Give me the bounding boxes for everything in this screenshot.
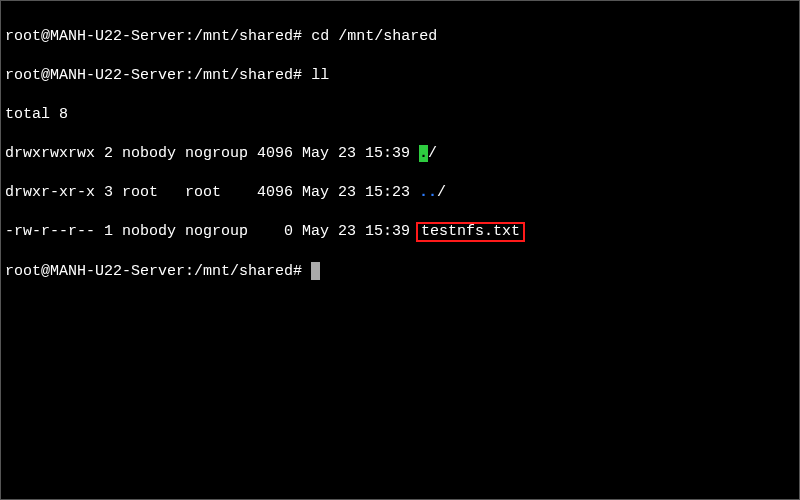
prompt-colon: : bbox=[185, 28, 194, 45]
total-line: total 8 bbox=[5, 105, 795, 125]
terminal-window[interactable]: root@MANH-U22-Server:/mnt/shared# cd /mn… bbox=[0, 0, 800, 500]
prompt-line-current[interactable]: root@MANH-U22-Server:/mnt/shared# bbox=[5, 262, 795, 282]
file-perms: -rw-r--r-- 1 nobody nogroup 0 May 23 15:… bbox=[5, 223, 419, 240]
command-cd: cd /mnt/shared bbox=[311, 28, 437, 45]
listing-row-parent-dir: drwxr-xr-x 3 root root 4096 May 23 15:23… bbox=[5, 183, 795, 203]
prompt-user: root bbox=[5, 28, 41, 45]
prompt-path: /mnt/shared bbox=[194, 28, 293, 45]
dir-suffix: / bbox=[428, 145, 437, 162]
prompt-host: MANH-U22-Server bbox=[50, 263, 185, 280]
prompt-symbol: # bbox=[293, 28, 302, 45]
prompt-path: /mnt/shared bbox=[194, 263, 293, 280]
command-ll: ll bbox=[311, 67, 329, 84]
highlighted-filename: testnfs.txt bbox=[416, 222, 525, 243]
dir-name-current: . bbox=[419, 145, 428, 162]
listing-row-current-dir: drwxrwxrwx 2 nobody nogroup 4096 May 23 … bbox=[5, 144, 795, 164]
prompt-line-2: root@MANH-U22-Server:/mnt/shared# ll bbox=[5, 66, 795, 86]
file-perms: drwxrwxrwx 2 nobody nogroup 4096 May 23 … bbox=[5, 145, 419, 162]
dir-name-parent: .. bbox=[419, 184, 437, 201]
prompt-colon: : bbox=[185, 67, 194, 84]
prompt-host: MANH-U22-Server bbox=[50, 28, 185, 45]
dir-suffix: / bbox=[437, 184, 446, 201]
prompt-symbol: # bbox=[293, 263, 302, 280]
cursor-icon bbox=[311, 262, 320, 280]
prompt-user: root bbox=[5, 67, 41, 84]
file-perms: drwxr-xr-x 3 root root 4096 May 23 15:23 bbox=[5, 184, 419, 201]
prompt-host: MANH-U22-Server bbox=[50, 67, 185, 84]
prompt-at: @ bbox=[41, 263, 50, 280]
prompt-symbol: # bbox=[293, 67, 302, 84]
prompt-line-1: root@MANH-U22-Server:/mnt/shared# cd /mn… bbox=[5, 27, 795, 47]
prompt-colon: : bbox=[185, 263, 194, 280]
listing-row-file: -rw-r--r-- 1 nobody nogroup 0 May 23 15:… bbox=[5, 222, 795, 243]
prompt-at: @ bbox=[41, 67, 50, 84]
prompt-at: @ bbox=[41, 28, 50, 45]
prompt-user: root bbox=[5, 263, 41, 280]
prompt-path: /mnt/shared bbox=[194, 67, 293, 84]
